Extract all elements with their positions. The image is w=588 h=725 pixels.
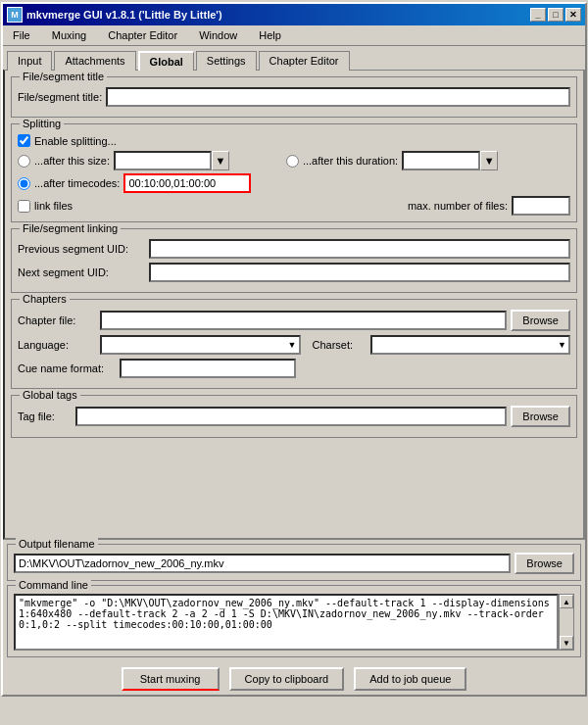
size-input[interactable] <box>114 151 212 170</box>
file-title-input[interactable] <box>106 87 570 107</box>
add-job-queue-button[interactable]: Add to job queue <box>354 667 466 691</box>
tag-browse-button[interactable]: Browse <box>511 406 570 427</box>
menu-muxing[interactable]: Muxing <box>46 27 92 43</box>
size-dropdown-wrapper: ▼ <box>114 151 282 170</box>
link-files-label: link files <box>34 200 73 212</box>
cmdline-wrapper: ▲ ▼ <box>14 594 574 651</box>
scrollbar-track <box>560 608 573 636</box>
after-timecodes-row: ...after timecodes: <box>18 173 570 193</box>
output-row: Browse <box>14 553 574 574</box>
enable-splitting-row: Enable splitting... <box>18 134 570 147</box>
close-button[interactable]: ✕ <box>565 8 581 22</box>
max-files-label: max. number of files: <box>408 200 508 212</box>
language-label: Language: <box>18 339 96 351</box>
max-files-input[interactable] <box>512 196 570 216</box>
chapter-file-label: Chapter file: <box>18 314 96 326</box>
tab-settings[interactable]: Settings <box>196 51 257 71</box>
scrollbar-up-button[interactable]: ▲ <box>560 595 573 608</box>
chapters-group: Chapters Chapter file: Browse Language: … <box>11 299 577 389</box>
tab-bar: Input Attachments Global Settings Chapte… <box>3 46 585 70</box>
language-dropdown[interactable] <box>100 335 301 355</box>
prev-uid-input[interactable] <box>149 239 570 259</box>
menu-file[interactable]: File <box>7 27 36 43</box>
prev-uid-row: Previous segment UID: <box>18 239 570 259</box>
cue-input[interactable] <box>120 359 296 378</box>
charset-dropdown[interactable] <box>370 335 571 355</box>
next-uid-input[interactable] <box>149 263 570 282</box>
window-title: mkvmerge GUI v1.8.1 ('Little By Little') <box>26 9 222 21</box>
enable-splitting-label: Enable splitting... <box>34 135 117 147</box>
next-uid-row: Next segment UID: <box>18 263 570 282</box>
scrollbar-down-button[interactable]: ▼ <box>560 636 573 650</box>
app-icon: M <box>7 7 23 23</box>
start-muxing-button[interactable]: Start muxing <box>122 667 220 691</box>
duration-input[interactable] <box>402 151 480 170</box>
linking-group-label: File/segment linking <box>20 222 121 234</box>
cue-label: Cue name format: <box>18 362 116 374</box>
link-max-row: link files max. number of files: <box>18 196 570 216</box>
dur-dropdown-wrapper: ▼ <box>402 151 570 170</box>
cmdline-section: Command line ▲ ▼ <box>7 585 581 657</box>
minimize-button[interactable]: _ <box>530 8 546 22</box>
file-title-row: File/segment title: <box>18 87 570 107</box>
after-size-row: ...after this size: ▼ ...after this dura… <box>18 151 570 170</box>
timecodes-input[interactable] <box>123 173 251 193</box>
enable-splitting-checkbox[interactable] <box>18 134 30 147</box>
tab-input[interactable]: Input <box>7 51 52 71</box>
output-filename-input[interactable] <box>14 554 511 573</box>
size-dropdown-arrow[interactable]: ▼ <box>212 151 229 170</box>
chapter-file-input[interactable] <box>100 311 507 330</box>
output-section: Output filename Browse <box>7 544 581 581</box>
split-duration-radio[interactable] <box>286 155 299 168</box>
cmdline-textarea[interactable] <box>14 594 559 651</box>
tab-global[interactable]: Global <box>138 51 194 71</box>
split-timecodes-label: ...after timecodes: <box>34 177 120 189</box>
menu-chapter-editor[interactable]: Chapter Editor <box>102 27 183 43</box>
menu-help[interactable]: Help <box>253 27 287 43</box>
bottom-buttons: Start muxing Copy to clipboard Add to jo… <box>3 661 585 695</box>
output-group-label: Output filename <box>16 538 98 550</box>
output-browse-button[interactable]: Browse <box>514 553 574 574</box>
tag-file-input[interactable] <box>75 407 507 426</box>
global-tags-group: Global tags Tag file: Browse <box>11 395 577 438</box>
splitting-group-label: Splitting <box>20 118 64 129</box>
splitting-group: Splitting Enable splitting... ...after t… <box>11 123 577 222</box>
split-size-radio[interactable] <box>18 155 30 168</box>
file-segment-group-label: File/segment title <box>20 71 107 82</box>
tag-file-row: Tag file: Browse <box>18 406 570 427</box>
prev-uid-label: Previous segment UID: <box>18 243 145 255</box>
copy-clipboard-button[interactable]: Copy to clipboard <box>229 667 345 691</box>
file-segment-group: File/segment title File/segment title: <box>11 76 577 118</box>
tag-file-label: Tag file: <box>18 411 72 422</box>
max-files-row: max. number of files: <box>408 196 570 216</box>
split-timecodes-radio[interactable] <box>18 177 30 190</box>
cmdline-group-label: Command line <box>16 579 91 591</box>
link-files-checkbox[interactable] <box>18 200 30 213</box>
tab-content-global: File/segment title File/segment title: S… <box>3 70 585 540</box>
split-duration-label: ...after this duration: <box>303 155 398 167</box>
title-bar-left: M mkvmerge GUI v1.8.1 ('Little By Little… <box>7 7 222 23</box>
cue-row: Cue name format: <box>18 359 570 378</box>
next-uid-label: Next segment UID: <box>18 266 145 278</box>
charset-sel-wrapper: ▼ <box>370 335 571 355</box>
charset-label: Charset: <box>313 339 367 351</box>
title-bar: M mkvmerge GUI v1.8.1 ('Little By Little… <box>3 4 585 25</box>
main-window: M mkvmerge GUI v1.8.1 ('Little By Little… <box>1 2 587 697</box>
chapters-group-label: Chapters <box>20 293 70 305</box>
cmdline-scrollbar: ▲ ▼ <box>559 594 574 651</box>
global-tags-label: Global tags <box>20 389 80 401</box>
link-files-row: link files <box>18 200 73 213</box>
maximize-button[interactable]: □ <box>548 8 564 22</box>
chapter-browse-button[interactable]: Browse <box>511 310 570 331</box>
dur-dropdown-arrow[interactable]: ▼ <box>480 151 498 170</box>
chapter-file-row: Chapter file: Browse <box>18 310 570 331</box>
lang-sel-wrapper: ▼ <box>100 335 301 355</box>
menu-window[interactable]: Window <box>193 27 243 43</box>
tab-attachments[interactable]: Attachments <box>54 51 135 71</box>
file-title-label: File/segment title: <box>18 91 102 103</box>
split-size-label: ...after this size: <box>34 155 110 167</box>
linking-group: File/segment linking Previous segment UI… <box>11 228 577 293</box>
tab-chapter-editor[interactable]: Chapter Editor <box>259 51 350 71</box>
title-buttons: _ □ ✕ <box>530 8 581 22</box>
menu-bar: File Muxing Chapter Editor Window Help <box>3 25 585 46</box>
